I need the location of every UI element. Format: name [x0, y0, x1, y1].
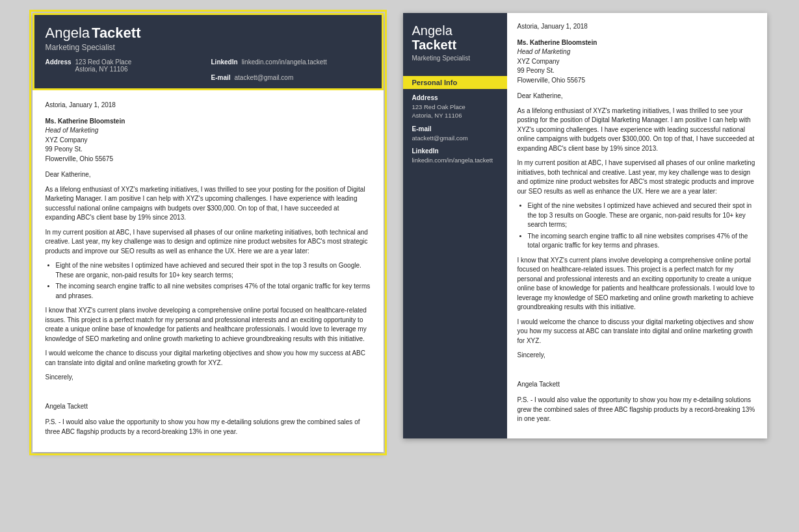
right-document: Angela Tackett Marketing Specialist Pers… [403, 13, 767, 438]
right-main: Astoria, January 1, 2018 Ms. Katherine B… [507, 13, 767, 438]
right-email-label: E-mail [412, 125, 498, 133]
right-para2: In my current position at ABC, I have su… [517, 158, 757, 196]
left-date: Astoria, January 1, 2018 [46, 101, 371, 110]
right-address-value: 123 Red Oak PlaceAstoria, NY 11106 [412, 103, 498, 120]
left-bullet-1: Eight of the nine websites I optimized h… [56, 261, 371, 280]
left-linkedin-value: linkedin.com/in/angela.tackett [242, 58, 327, 73]
right-para3: I know that XYZ's current plans involve … [517, 256, 757, 312]
left-email-item: E-mail atackett@gmail.com [211, 74, 371, 81]
right-recipient-company: XYZ Company [517, 57, 757, 67]
left-para3: I know that XYZ's current plans involve … [46, 306, 371, 344]
right-date: Astoria, January 1, 2018 [517, 22, 757, 32]
left-title: Marketing Specialist [46, 43, 371, 52]
left-name-last: Tackett [92, 25, 140, 41]
left-name-first: Angela [46, 25, 90, 41]
left-bullet-2: The incoming search engine traffic to al… [56, 282, 371, 301]
right-recipient-address2: Flowerville, Ohio 55675 [517, 76, 757, 86]
left-header: Angela Tackett Marketing Specialist Addr… [33, 13, 384, 90]
left-body: Astoria, January 1, 2018 Ms. Katherine B… [33, 90, 384, 452]
left-para2: In my current position at ABC, I have su… [46, 228, 371, 257]
right-bullets: Eight of the nine websites I optimized h… [528, 201, 757, 251]
left-recipient-block: Ms. Katherine Bloomstein Head of Marketi… [46, 117, 371, 164]
right-closing-word: Sincerely, [517, 351, 757, 361]
left-bullets: Eight of the nine websites I optimized h… [56, 261, 371, 301]
right-recipient-name: Ms. Katherine Bloomstein [517, 38, 757, 48]
left-email-value: atackett@gmail.com [235, 74, 294, 81]
right-recipient-block: Ms. Katherine Bloomstein Head of Marketi… [517, 38, 757, 86]
left-recipient-address2: Flowerville, Ohio 55675 [46, 155, 371, 164]
right-bullet-1: Eight of the nine websites I optimized h… [528, 201, 757, 230]
right-linkedin-value: linkedin.com/in/angela.tackett [412, 156, 498, 164]
right-recipient-address1: 99 Peony St. [517, 66, 757, 76]
right-closing: Sincerely, Angela Tackett [517, 351, 757, 389]
left-para4: I would welcome the chance to discuss yo… [46, 349, 371, 368]
right-sidebar-title: Marketing Specialist [412, 55, 498, 62]
right-salutation: Dear Katherine, [517, 92, 757, 101]
left-ps: P.S. - I would also value the opportunit… [46, 418, 371, 437]
left-closing: Sincerely, Angela Tackett [46, 373, 371, 411]
right-recipient-title: Head of Marketing [517, 47, 757, 57]
left-address-item: Address 123 Red Oak PlaceAstoria, NY 111… [46, 58, 205, 73]
right-email-value: atackett@gmail.com [412, 134, 498, 142]
left-document: Angela Tackett Marketing Specialist Addr… [33, 13, 384, 452]
right-linkedin-label: LinkedIn [412, 147, 498, 155]
right-name-first: Angela [412, 23, 498, 38]
left-closing-word: Sincerely, [46, 373, 371, 383]
right-personal-info-bar: Personal Info [403, 76, 507, 89]
right-para4: I would welcome the chance to discuss yo… [517, 318, 757, 346]
left-para1: As a lifelong enthusiast of XYZ's market… [46, 185, 371, 223]
left-salutation: Dear Katherine, [46, 170, 371, 180]
left-linkedin-item: LinkedIn linkedin.com/in/angela.tackett [211, 58, 371, 73]
right-ps: P.S. - I would also value the opportunit… [517, 396, 757, 424]
left-contact-grid: Address 123 Red Oak PlaceAstoria, NY 111… [46, 58, 371, 81]
left-email-label: E-mail [211, 74, 231, 81]
left-recipient-title: Head of Marketing [46, 126, 371, 136]
left-linkedin-label: LinkedIn [211, 58, 238, 73]
left-name: Angela Tackett [46, 25, 371, 42]
right-contact-section: Address 123 Red Oak PlaceAstoria, NY 111… [403, 89, 507, 175]
right-sidebar-header: Angela Tackett Marketing Specialist [403, 13, 507, 70]
right-para1: As a lifelong enthusiast of XYZ's market… [517, 107, 757, 154]
left-address-value: 123 Red Oak PlaceAstoria, NY 11106 [75, 58, 132, 73]
right-address-label: Address [412, 94, 498, 101]
right-bullet-2: The incoming search engine traffic to al… [528, 232, 757, 251]
left-recipient-address1: 99 Peony St. [46, 145, 371, 155]
left-recipient-name: Ms. Katherine Bloomstein [46, 117, 371, 127]
left-signature: Angela Tackett [46, 402, 371, 412]
right-sidebar-dark-block [403, 175, 507, 305]
right-name-last: Tackett [412, 38, 498, 52]
left-address-label: Address [46, 58, 72, 73]
right-sidebar: Angela Tackett Marketing Specialist Pers… [403, 13, 507, 438]
right-signature: Angela Tackett [517, 380, 757, 390]
left-recipient-company: XYZ Company [46, 136, 371, 146]
